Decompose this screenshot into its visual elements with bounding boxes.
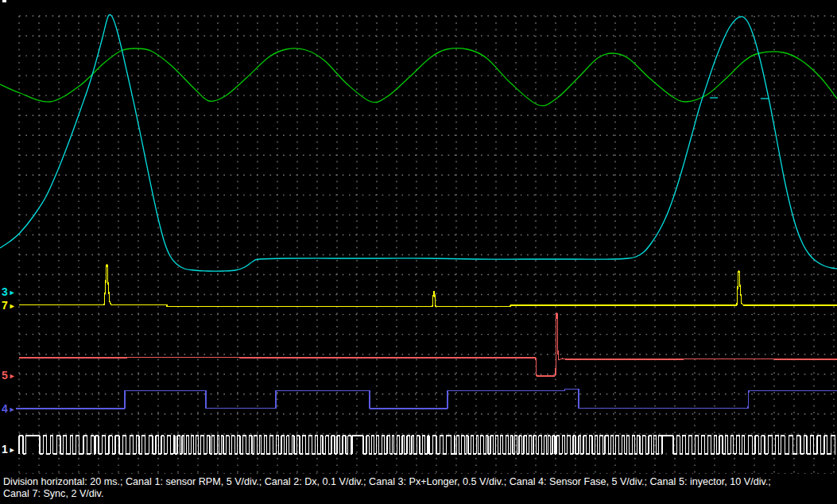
right-arrow-icon: ► — [9, 300, 16, 312]
partial-channel-label — [2, 0, 6, 2]
trace-ch4-sensor-fase — [16, 390, 837, 409]
oscilloscope-screen: 3►7►5►4►1► Division horizontal: 20 ms.; … — [0, 0, 837, 504]
channel-5-marker: 5► — [2, 370, 16, 381]
caption-line2: Canal 7: Sync, 2 V/div. — [3, 488, 771, 500]
caption-line1: Division horizontal: 20 ms.; Canal 1: se… — [3, 476, 771, 488]
trace-ch3-px-longer — [0, 15, 837, 272]
channel-4-marker: 4► — [2, 403, 16, 414]
trace-ch2-dx — [0, 48, 837, 106]
right-arrow-icon: ► — [9, 287, 16, 298]
channel-5-number: 5 — [2, 370, 8, 381]
right-arrow-icon: ► — [9, 404, 16, 415]
scope-caption: Division horizontal: 20 ms.; Canal 1: se… — [3, 476, 771, 500]
trace-ch1-sensor-rpm — [19, 436, 835, 454]
channel-4-number: 4 — [2, 403, 8, 414]
channel-7-marker: 7► — [2, 300, 16, 311]
channel-3-marker: 3► — [2, 286, 16, 297]
channel-1-marker: 1► — [2, 444, 16, 455]
channel-7-number: 7 — [2, 300, 8, 311]
right-arrow-icon: ► — [9, 370, 16, 382]
right-arrow-icon: ► — [9, 444, 16, 456]
channel-1-number: 1 — [2, 444, 8, 455]
channel-3-number: 3 — [2, 286, 8, 297]
scope-plot — [0, 0, 837, 474]
